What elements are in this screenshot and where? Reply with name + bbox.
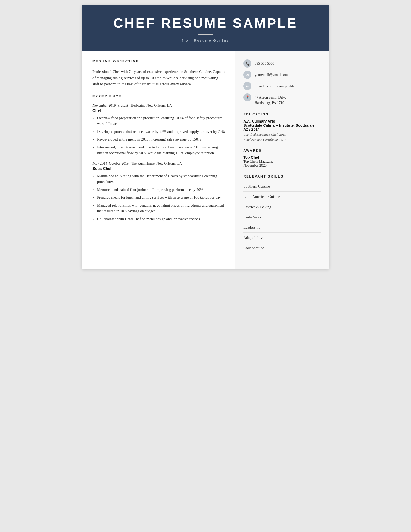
- awards-title: AWARDS: [243, 148, 321, 152]
- header-divider: [198, 34, 213, 35]
- education-block: A.A. Culinary Arts Scottsdale Culinary I…: [243, 119, 321, 142]
- awards-section: AWARDS Top Chef Top Chefs Magazine Novem…: [243, 148, 321, 168]
- location-icon: 📍: [243, 93, 251, 101]
- objective-title: RESUME OBJECTIVE: [92, 59, 226, 65]
- bullet-item: Interviewed, hired, trained, and directe…: [97, 144, 226, 156]
- objective-text: Professional Chef with 7+ years of exten…: [92, 69, 226, 87]
- skill-item-0: Southern Cuisine: [243, 181, 321, 192]
- resume-document: CHEF RESUME SAMPLE from Resume Genius RE…: [82, 5, 329, 269]
- bullet-item: Re-developed entire menu in 2019, increa…: [97, 136, 226, 142]
- skill-item-6: Collaboration: [243, 243, 321, 253]
- edu-cert-2: Food Science Certificate, 2014: [243, 138, 321, 142]
- objective-section: RESUME OBJECTIVE Professional Chef with …: [92, 59, 226, 87]
- skills-section: RELEVANT SKILLS Southern Cuisine Latin A…: [243, 174, 321, 253]
- contact-linkedin: in linkedin.com/in/yourprofile: [243, 82, 321, 90]
- experience-title: EXPERIENCE: [92, 94, 226, 100]
- job-1-meta: November 2019–Present | Herbsaint, New O…: [92, 104, 226, 108]
- job-2-title: Sous Chef: [92, 166, 226, 171]
- edu-cert-1: Certified Executive Chef, 2019: [243, 133, 321, 137]
- job-1-bullets: Oversaw food preparation and production,…: [97, 115, 226, 156]
- job-2-meta: May 2014–October 2019 | The Rum House, N…: [92, 162, 226, 166]
- right-column: 📞 895 555 5555 ✉ youremail@gmail.com in …: [235, 51, 329, 269]
- bullet-item: Oversaw food preparation and production,…: [97, 115, 226, 127]
- resume-title: CHEF RESUME SAMPLE: [90, 15, 321, 31]
- bullet-item: Developed process that reduced waste by …: [97, 129, 226, 134]
- skill-item-1: Latin American Cuisine: [243, 192, 321, 202]
- address-text: 47 Aaron Smith Drive Harrisburg, PA 1710…: [255, 93, 286, 106]
- phone-text: 895 555 5555: [255, 59, 274, 66]
- skill-item-3: Knife Work: [243, 212, 321, 222]
- bullet-item: Managed relationships with vendors, nego…: [97, 202, 226, 214]
- edu-school: Scottsdale Culinary Institute, Scottsdal…: [243, 123, 321, 132]
- main-content: RESUME OBJECTIVE Professional Chef with …: [82, 51, 329, 269]
- job-2-bullets: Maintained an A rating with the Departme…: [97, 173, 226, 222]
- job-1: November 2019–Present | Herbsaint, New O…: [92, 104, 226, 156]
- award-name: Top Chef: [243, 155, 321, 160]
- skill-item-2: Pastries & Baking: [243, 202, 321, 212]
- education-title: EDUCATION: [243, 112, 321, 116]
- contact-phone: 📞 895 555 5555: [243, 59, 321, 68]
- award-date: November 2020: [243, 164, 321, 168]
- email-text: youremail@gmail.com: [255, 71, 288, 78]
- phone-icon: 📞: [243, 59, 251, 68]
- job-2: May 2014–October 2019 | The Rum House, N…: [92, 162, 226, 222]
- education-section: EDUCATION A.A. Culinary Arts Scottsdale …: [243, 112, 321, 142]
- bullet-item: Collaborated with Head Chef on menu desi…: [97, 216, 226, 222]
- linkedin-icon: in: [243, 82, 251, 90]
- skill-item-4: Leadership: [243, 222, 321, 233]
- skills-title: RELEVANT SKILLS: [243, 174, 321, 178]
- award-source: Top Chefs Magazine: [243, 160, 321, 164]
- experience-section: EXPERIENCE November 2019–Present | Herbs…: [92, 94, 226, 222]
- bullet-item: Mentored and trained four junior staff, …: [97, 187, 226, 192]
- skill-item-5: Adaptability: [243, 233, 321, 243]
- contact-email: ✉ youremail@gmail.com: [243, 71, 321, 79]
- linkedin-text: linkedin.com/in/yourprofile: [255, 82, 294, 89]
- header-subtitle: from Resume Genius: [90, 39, 321, 46]
- bullet-item: Prepared meals for lunch and dining serv…: [97, 194, 226, 200]
- left-column: RESUME OBJECTIVE Professional Chef with …: [82, 51, 235, 269]
- edu-degree: A.A. Culinary Arts: [243, 119, 321, 123]
- contact-section: 📞 895 555 5555 ✉ youremail@gmail.com in …: [243, 59, 321, 106]
- job-1-title: Chef: [92, 108, 226, 113]
- contact-address: 📍 47 Aaron Smith Drive Harrisburg, PA 17…: [243, 93, 321, 106]
- bullet-item: Maintained an A rating with the Departme…: [97, 173, 226, 185]
- email-icon: ✉: [243, 71, 251, 79]
- header-section: CHEF RESUME SAMPLE from Resume Genius: [82, 5, 329, 51]
